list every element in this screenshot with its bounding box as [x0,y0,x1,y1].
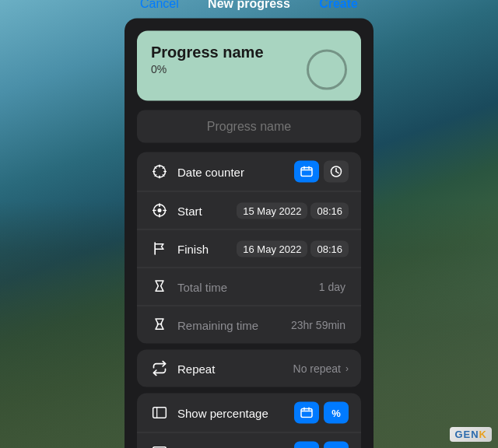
svg-point-17 [158,208,162,212]
repeat-section: Repeat No repeat › [137,350,361,387]
clock-toggle-btn[interactable] [324,161,349,183]
remaining-time-icon [149,315,170,335]
svg-rect-23 [153,408,167,418]
finish-icon [149,239,170,259]
date-counter-controls [294,161,349,183]
preview-circle [307,50,347,90]
percentage-percent-btn[interactable]: % [324,402,349,424]
progress-name-input[interactable] [149,120,349,134]
total-time-label: Total time [177,280,319,293]
repeat-icon [149,359,170,379]
percentage-icon [149,403,170,423]
preview-card: Progress name 0% [137,31,361,101]
count-up-icon: 12 [149,443,170,449]
finish-time-badge[interactable]: 08:16 [310,240,349,257]
finish-date-badge[interactable]: 16 May 2022 [237,240,307,257]
bottom-sheet: Progress name 0% [124,19,374,449]
create-button[interactable]: Create [319,0,358,11]
name-input-row[interactable] [137,110,361,143]
svg-rect-9 [301,168,312,177]
total-time-value: 1 day [319,281,345,293]
total-time-row: Total time 1 day [137,268,361,306]
nav-bar: Cancel New progress Create [124,0,374,19]
remaining-time-value: 23hr 59min [291,319,345,331]
watermark-gen: GEN [454,429,479,440]
watermark: GENK [450,427,492,442]
start-label: Start [177,204,233,217]
count-up-controls [294,442,349,449]
show-percentage-section: Show percentage % [137,394,361,449]
percentage-calendar-btn[interactable] [294,402,319,424]
percentage-controls: % [294,402,349,424]
total-time-icon [149,277,170,297]
date-counter-label: Date counter [177,165,294,178]
watermark-k: K [479,429,487,440]
finish-row[interactable]: Finish 16 May 2022 08:16 [137,230,361,268]
repeat-chevron: › [345,363,349,374]
start-time-badge[interactable]: 08:16 [310,202,349,219]
remaining-time-label: Remaining time [177,318,291,331]
finish-label: Finish [177,242,233,255]
count-up-row: 12 Count up [137,433,361,449]
start-row[interactable]: Start 15 May 2022 08:16 [137,192,361,230]
start-date-badge[interactable]: 15 May 2022 [237,202,307,219]
date-counter-row: Date counter [137,152,361,192]
date-counter-section: Date counter [137,152,361,344]
show-percentage-row: Show percentage % [137,394,361,433]
svg-rect-25 [301,409,312,418]
nav-title: New progress [208,0,290,11]
svg-line-15 [336,172,338,173]
calendar-toggle-btn[interactable] [294,161,319,183]
cancel-button[interactable]: Cancel [140,0,179,11]
percentage-label: Show percentage [177,406,294,419]
start-icon [149,201,170,221]
repeat-row[interactable]: Repeat No repeat › [137,350,361,387]
remaining-time-row: Remaining time 23hr 59min [137,306,361,344]
date-counter-icon [149,162,170,182]
phone-container: 08:16 ▲ Cancel New progress Create [124,0,374,448]
count-down-btn[interactable] [294,442,319,449]
repeat-label: Repeat [177,362,293,375]
repeat-value: No repeat [293,362,341,375]
count-up-btn[interactable] [324,442,349,449]
